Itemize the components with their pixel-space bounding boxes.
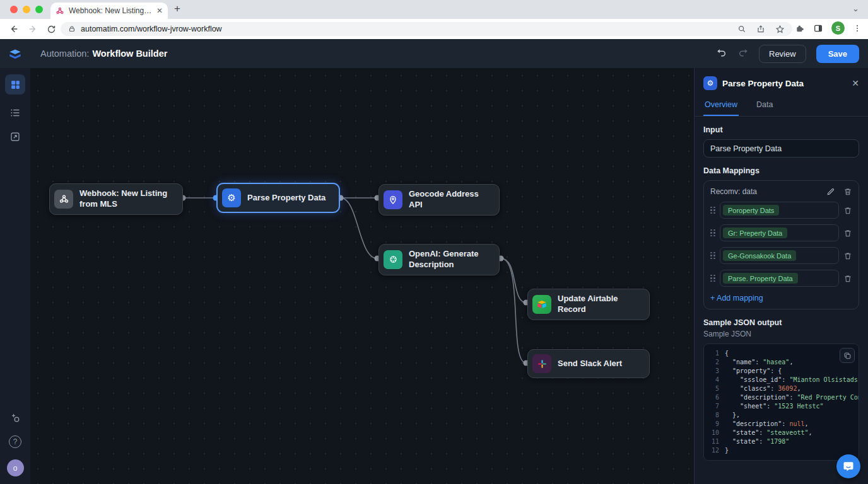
search-zoom-icon[interactable] xyxy=(737,25,746,33)
node-webhook[interactable]: Webhook: New Listing from MLS xyxy=(49,183,183,215)
mapping-row: Parse. Property Data xyxy=(710,270,852,287)
mapping-chip[interactable]: Gr: Preperty Data xyxy=(723,228,787,238)
tabstrip-chevron-icon[interactable]: ⌄ xyxy=(852,4,859,13)
node-geocode[interactable]: Geocode Address API xyxy=(378,184,500,216)
reload-icon[interactable] xyxy=(47,25,56,34)
share-icon[interactable] xyxy=(756,25,765,33)
sample-json-title: Sample JSON output xyxy=(703,318,859,327)
airtable-icon xyxy=(532,295,551,314)
node-label: Geocode Address API xyxy=(409,189,491,210)
user-avatar[interactable]: o xyxy=(7,459,24,476)
chat-launcher-button[interactable] xyxy=(836,454,860,478)
browser-tab[interactable]: Webhook: New Listing from ✕ xyxy=(50,3,168,19)
code-line: 9 "description": null, xyxy=(704,420,859,429)
browser-tab-strip: Webhook: New Listing from ✕ + ⌄ xyxy=(0,0,868,19)
bookmark-star-icon[interactable] xyxy=(775,25,785,34)
delete-mapping-trash-icon[interactable] xyxy=(843,229,852,238)
save-button[interactable]: Save xyxy=(816,45,859,63)
mapping-field[interactable]: Poroperty Dats xyxy=(720,202,839,219)
code-line: 7 "sheet": "1523 Hetstc" xyxy=(704,402,859,411)
address-bar[interactable]: automatim.com/workflow-jvrow-workflow xyxy=(61,22,792,36)
page-title: Automation:Workflow Builder xyxy=(40,49,167,59)
minimize-window-button[interactable] xyxy=(23,6,30,13)
map-pin-icon xyxy=(384,190,402,209)
panel-title: Parse Property Data xyxy=(722,79,847,88)
mapping-chip[interactable]: Poroperty Dats xyxy=(723,205,779,216)
node-label: Update Airtable Record xyxy=(558,294,642,315)
connection-wires xyxy=(30,68,694,484)
delete-mapping-trash-icon[interactable] xyxy=(843,274,852,283)
drag-handle-icon[interactable] xyxy=(710,275,715,282)
gear-icon: ⚙ xyxy=(703,76,717,90)
left-sidebar: ? o xyxy=(0,68,30,484)
mapping-row: Ge-Gonsakook Data xyxy=(710,247,852,264)
extensions-puzzle-icon[interactable] xyxy=(795,23,805,33)
json-code-block: 1{2 "name": "hasea",3 "property": {4 "ss… xyxy=(703,343,859,461)
back-icon[interactable] xyxy=(9,24,19,34)
node-label: OpenAI: Generate Description xyxy=(409,249,491,270)
maximize-window-button[interactable] xyxy=(35,6,43,13)
mapping-group-title: Recomv: data xyxy=(710,187,826,196)
code-line: 1{ xyxy=(704,349,859,358)
url-text[interactable]: automatim.com/workflow-jvrow-workflow xyxy=(81,25,732,33)
copy-icon[interactable] xyxy=(840,348,855,363)
close-window-button[interactable] xyxy=(10,6,18,13)
code-line: 4 "sssloe_id": "Mianton Olsistads", xyxy=(704,376,859,384)
code-line: 5 "clascs": 36092, xyxy=(704,384,859,393)
app-logo-icon[interactable] xyxy=(0,45,30,62)
undo-icon[interactable] xyxy=(716,48,727,59)
sidebar-item-runs[interactable] xyxy=(9,107,21,118)
browser-toolbar: automatim.com/workflow-jvrow-workflow S xyxy=(0,19,868,39)
mapping-field[interactable]: Ge-Gonsakook Data xyxy=(720,247,839,264)
code-line: 12} xyxy=(704,446,859,455)
ai-assist-icon[interactable] xyxy=(9,412,21,424)
mapping-chip[interactable]: Parse. Property Data xyxy=(723,273,798,284)
tab-close-icon[interactable]: ✕ xyxy=(156,6,163,15)
review-button[interactable]: Review xyxy=(759,45,806,63)
close-icon[interactable]: ✕ xyxy=(852,78,859,88)
edge-openai-airtable xyxy=(501,258,526,302)
side-panel-icon[interactable] xyxy=(813,23,823,33)
mappings-card: Recomv: data Poroperty Dats xyxy=(703,180,859,309)
delete-mapping-trash-icon[interactable] xyxy=(843,251,852,260)
node-name-input[interactable] xyxy=(703,139,859,158)
edge-parse-openai xyxy=(341,198,377,258)
code-line: 3 "property": { xyxy=(704,367,859,376)
sidebar-item-templates[interactable] xyxy=(9,131,21,142)
openai-icon xyxy=(384,250,402,269)
add-mapping-button[interactable]: + Add mapping xyxy=(710,294,852,302)
drag-handle-icon[interactable] xyxy=(710,229,715,237)
browser-profile-avatar[interactable]: S xyxy=(831,21,845,35)
edit-pencil-icon[interactable] xyxy=(826,187,835,196)
panel-tabs: Overview Data xyxy=(695,96,868,117)
delete-mapping-trash-icon[interactable] xyxy=(843,206,852,215)
forward-icon[interactable] xyxy=(28,24,38,34)
code-line: 10 "state": "steaveott", xyxy=(704,429,859,437)
tab-data[interactable]: Data xyxy=(755,96,774,116)
mapping-field[interactable]: Gr: Preperty Data xyxy=(720,224,839,241)
webhook-favicon-icon xyxy=(56,6,64,15)
code-line: 11 "state": "1798" xyxy=(704,437,859,446)
mapping-field[interactable]: Parse. Property Data xyxy=(720,270,839,287)
code-line: 6 "description": "Red Property Conso xyxy=(704,393,859,402)
workflow-canvas[interactable]: Webhook: New Listing from MLS ⚙ Parse Pr… xyxy=(30,68,694,484)
new-tab-button[interactable]: + xyxy=(174,3,180,15)
node-airtable[interactable]: Update Airtable Record xyxy=(527,289,650,320)
node-slack[interactable]: Send Slack Alert xyxy=(527,349,650,378)
sidebar-item-workflows[interactable] xyxy=(5,74,25,95)
help-icon[interactable]: ? xyxy=(9,435,21,448)
sample-json-subtitle: Sample JSON xyxy=(703,330,859,338)
browser-menu-icon[interactable] xyxy=(853,24,862,33)
node-label: Webhook: New Listing from MLS xyxy=(79,188,175,210)
drag-handle-icon[interactable] xyxy=(710,252,715,260)
mapping-chip[interactable]: Ge-Gonsakook Data xyxy=(723,250,796,261)
drag-handle-icon[interactable] xyxy=(710,207,715,214)
tab-overview[interactable]: Overview xyxy=(703,96,739,116)
gear-icon: ⚙ xyxy=(222,188,241,207)
window-controls xyxy=(10,6,43,13)
delete-group-trash-icon[interactable] xyxy=(843,187,852,196)
webhook-icon xyxy=(54,190,73,209)
node-parse-property-data[interactable]: ⚙ Parse Property Data xyxy=(217,183,339,212)
redo-icon[interactable] xyxy=(737,48,749,59)
node-openai[interactable]: OpenAI: Generate Description xyxy=(378,244,500,275)
